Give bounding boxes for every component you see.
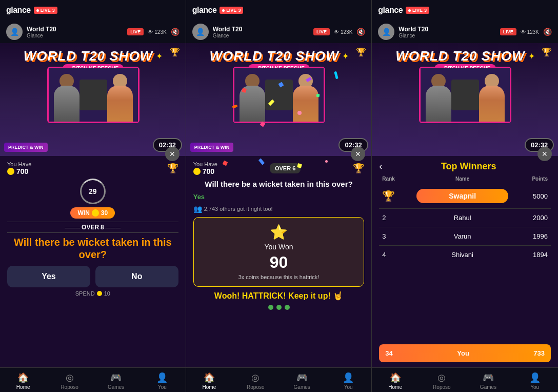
view-count-3: 👁 123K [521,29,539,35]
nav-you-1[interactable]: 👤 You [149,372,175,390]
lb-points-3: 1996 [511,227,551,245]
channel-name-1: World T20 [27,26,56,33]
others-text-2: 👥 2,743 others got it right too! [193,205,365,213]
you-won-sub-2: 3x coins because this is hattrick! [238,274,320,280]
roposo-icon-1: ◎ [66,372,74,383]
phone-panel-2: glance LIVE 3 👤 World T20 Glance LIVE 👁 … [186,0,372,392]
nav-games-3[interactable]: 🎮 Games [475,372,501,390]
you-row-3: 34 You 733 [379,344,551,362]
you-have-label-2: You Have [193,161,217,167]
nav-games-1[interactable]: 🎮 Games [103,372,129,390]
trophy-small-2: 🏆 [353,163,364,174]
channel-name-3: World T20 [398,26,428,33]
col-points-3: Points [511,174,551,184]
games-icon-2: 🎮 [296,372,308,383]
rank1-icon: 🏆 [382,190,395,202]
games-icon-3: 🎮 [483,372,494,383]
tv-screen-1: ● PITCH KE PEECHE [47,67,140,123]
you-won-label-2: You Won [264,243,293,251]
hosts-area-3 [421,68,510,122]
bottom-nav-1: 🏠 Home ◎ Roposo 🎮 Games 👤 You [0,367,186,392]
nav-roposo-2[interactable]: ◎ Roposo [243,372,268,390]
live-dot-3 [408,9,411,12]
coin-amount-2: 700 [193,167,217,175]
tv-content-3 [421,68,510,122]
nav-you-2[interactable]: 👤 You [335,372,361,390]
nav-you-3[interactable]: 👤 You [522,372,548,390]
bottom-panel-1: ✕ You Have 700 🏆 29 WIN 30 [0,156,186,392]
trophy-icon-2: 🏆 [356,47,366,57]
tv-screen-2: ● PITCH KE PEECHE [233,67,325,123]
bottom-panel-3: ✕ ‹ Top Winners Rank Name Points [372,156,558,392]
back-btn-3[interactable]: ‹ [379,161,382,172]
sparkle-1: ✦ [156,51,163,61]
leaderboard-table-3: Rank Name Points 🏆 Swapnil 5000 [379,174,551,264]
you-won-amount-2: 90 [270,253,288,272]
live-indicator-3: LIVE [500,28,516,35]
rahul-name: Rahul [413,209,511,227]
glance-logo-2: glance LIVE 3 [192,6,244,15]
tv-content-1 [49,68,138,122]
lb-rank-4: 4 [379,246,413,264]
live-dot-1 [36,9,39,12]
lb-row-2: 2 Rahul 2000 [379,209,551,227]
channel-right-3: LIVE 👁 123K 🔇 [500,28,552,36]
nav-roposo-1[interactable]: ◎ Roposo [57,372,83,390]
nav-games-2[interactable]: 🎮 Games [289,372,315,390]
lb-rank-3: 3 [379,227,413,245]
nav-home-3[interactable]: 🏠 Home [383,372,408,390]
channel-right-1: LIVE 👁 123K 🔇 [127,28,179,36]
show-title-2: WORLD T20 SHOW ✦ [210,48,349,64]
nav-home-1[interactable]: 🏠 Home [10,372,36,390]
you-icon-2: 👤 [343,372,354,383]
video-area-1: WORLD T20 SHOW ✦ 🏆 ● PITCH KE PEECHE [0,43,186,156]
live-dot-2 [222,9,225,12]
lb-points-1: 5000 [511,184,551,208]
lb-points-4: 1894 [511,246,551,264]
channel-right-2: LIVE 👁 123K 🔇 [313,28,365,36]
mute-icon-2[interactable]: 🔇 [356,28,365,36]
coin-icon-2 [193,168,201,175]
pred-panel-1: You Have 700 🏆 29 WIN 30 ——— OVER 8 ——— [0,156,186,302]
tv-screen-3: ● PITCH KE PEECHE [419,67,511,123]
coin-icon-1 [7,168,14,175]
nav-roposo-3[interactable]: ◎ Roposo [429,372,454,390]
close-btn-3[interactable]: ✕ [537,147,552,161]
app-name-2: glance [192,6,217,15]
yes-button-1[interactable]: Yes [7,266,90,287]
channel-avatar-3: 👤 [378,24,394,40]
swapnil-name: Swapnil [416,189,508,203]
live-indicator-2: LIVE [313,28,330,35]
home-icon-1: 🏠 [17,372,29,383]
trophy-icon-1: 🏆 [170,47,180,57]
bottom-nav-3: 🏠 Home ◎ Roposo 🎮 Games 👤 You [372,367,558,392]
coin-amount-1: 700 [7,167,31,175]
channel-bar-2: 👤 World T20 Glance LIVE 👁 123K 🔇 [186,21,372,43]
mute-icon-3[interactable]: 🔇 [543,28,552,36]
hosts-area-1 [49,68,138,122]
dot-2 [276,305,282,310]
no-button-1[interactable]: No [95,266,178,287]
shivani-name: Shivani [413,246,511,264]
view-count-2: 👁 123K [334,29,352,35]
coins-row-2: You Have 700 OVER 6 🏆 [193,161,365,175]
channel-info-3: 👤 World T20 Glance [378,24,428,40]
answer-buttons-1: Yes No [7,266,178,287]
channel-name-2: World T20 [213,26,243,33]
close-btn-1[interactable]: ✕ [165,147,180,161]
nav-home-2[interactable]: 🏠 Home [196,372,222,390]
show-title-3: WORLD T20 SHOW ✦ [395,48,534,64]
home-icon-3: 🏠 [390,372,401,383]
you-icon-1: 👤 [156,372,168,383]
show-title-1: WORLD T20 SHOW ✦ [24,48,163,64]
live-badge-3: LIVE 3 [406,7,429,14]
mute-icon-1[interactable]: 🔇 [171,28,180,36]
bottom-panel-2: ✕ You Have 700 OVER 6 🏆 [186,156,372,392]
spend-coin-icon-1 [97,291,102,296]
win-coin-icon-1 [92,209,99,217]
predict-banner-2: PREDICT & WIN [190,143,234,152]
dots-row-2 [193,305,365,310]
glance-logo-3: glance LIVE 3 [378,6,429,15]
star-icon-2: ⭐ [270,224,288,241]
phone-panel-3: glance LIVE 3 👤 World T20 Glance LIVE 👁 … [372,0,558,392]
